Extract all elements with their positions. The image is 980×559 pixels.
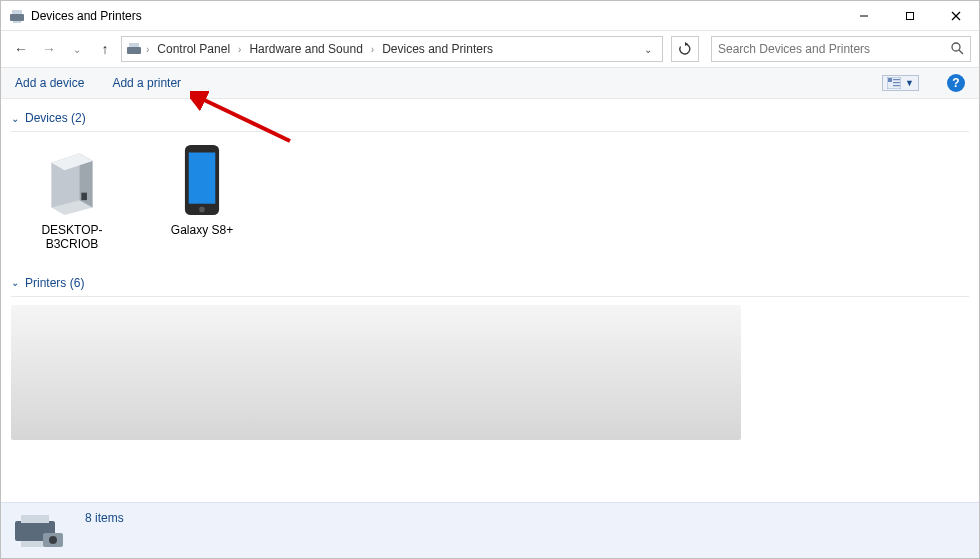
device-item-desktop[interactable]: DESKTOP-B3CRIOB	[17, 142, 127, 252]
refresh-button[interactable]	[671, 36, 699, 62]
svg-rect-25	[21, 515, 49, 523]
svg-point-9	[952, 43, 960, 51]
window-controls	[841, 1, 979, 30]
search-box[interactable]	[711, 36, 971, 62]
title-bar: Devices and Printers	[1, 1, 979, 31]
back-button[interactable]: ←	[9, 37, 33, 61]
close-button[interactable]	[933, 1, 979, 31]
chevron-right-icon[interactable]: ›	[369, 44, 376, 55]
chevron-right-icon[interactable]: ›	[144, 44, 151, 55]
command-bar: Add a device Add a printer ▼ ?	[1, 67, 979, 99]
details-pane: 8 items	[1, 502, 979, 558]
window-title: Devices and Printers	[31, 9, 841, 23]
devices-printers-icon	[9, 8, 25, 24]
breadcrumb-hardware-sound[interactable]: Hardware and Sound	[245, 42, 366, 56]
chevron-right-icon[interactable]: ›	[236, 44, 243, 55]
svg-rect-12	[888, 78, 892, 82]
device-label: DESKTOP-B3CRIOB	[17, 223, 127, 252]
devices-group-items: DESKTOP-B3CRIOB Galaxy S8+	[11, 138, 969, 270]
group-label-devices: Devices (2)	[25, 111, 86, 125]
window: Devices and Printers ← → ⌄ ↑ › Control P…	[0, 0, 980, 559]
device-item-phone[interactable]: Galaxy S8+	[147, 142, 257, 252]
maximize-button[interactable]	[887, 1, 933, 31]
items-count-label: 8 items	[85, 511, 124, 525]
chevron-down-icon: ⌄	[11, 277, 19, 288]
svg-rect-20	[81, 193, 87, 200]
svg-rect-2	[13, 21, 21, 23]
chevron-down-icon: ⌄	[11, 113, 19, 124]
breadcrumb-control-panel[interactable]: Control Panel	[153, 42, 234, 56]
group-header-printers[interactable]: ⌄ Printers (6)	[11, 270, 969, 297]
content-pane: ⌄ Devices (2) DESKTOP-B3CRIOB	[1, 99, 979, 502]
devices-printers-icon	[13, 511, 67, 551]
svg-rect-0	[10, 14, 24, 21]
svg-rect-22	[189, 152, 216, 203]
computer-tower-icon	[37, 142, 107, 217]
svg-rect-1	[12, 10, 22, 14]
svg-rect-14	[893, 82, 900, 83]
nav-bar: ← → ⌄ ↑ › Control Panel › Hardware and S…	[1, 31, 979, 67]
svg-point-28	[49, 536, 57, 544]
forward-button[interactable]: →	[37, 37, 61, 61]
breadcrumb-devices-printers[interactable]: Devices and Printers	[378, 42, 497, 56]
group-header-devices[interactable]: ⌄ Devices (2)	[11, 105, 969, 132]
up-button[interactable]: ↑	[93, 37, 117, 61]
svg-rect-4	[907, 13, 914, 20]
device-label: Galaxy S8+	[171, 223, 233, 237]
devices-printers-icon	[126, 41, 142, 57]
chevron-down-icon: ▼	[905, 78, 914, 88]
svg-line-10	[959, 50, 963, 54]
svg-rect-13	[893, 79, 900, 80]
svg-point-23	[199, 207, 205, 213]
help-button[interactable]: ?	[947, 74, 965, 92]
add-printer-button[interactable]: Add a printer	[112, 76, 181, 90]
svg-rect-15	[893, 85, 900, 86]
svg-rect-8	[129, 43, 139, 47]
svg-rect-7	[127, 47, 141, 54]
group-label-printers: Printers (6)	[25, 276, 84, 290]
history-dropdown[interactable]: ⌄	[65, 37, 89, 61]
printers-group-items	[11, 305, 741, 440]
search-icon[interactable]	[950, 41, 964, 58]
address-dropdown[interactable]: ⌄	[638, 44, 658, 55]
search-input[interactable]	[718, 42, 950, 56]
add-device-button[interactable]: Add a device	[15, 76, 84, 90]
minimize-button[interactable]	[841, 1, 887, 31]
view-options-button[interactable]: ▼	[882, 75, 919, 91]
address-bar[interactable]: › Control Panel › Hardware and Sound › D…	[121, 36, 663, 62]
smartphone-icon	[167, 142, 237, 217]
